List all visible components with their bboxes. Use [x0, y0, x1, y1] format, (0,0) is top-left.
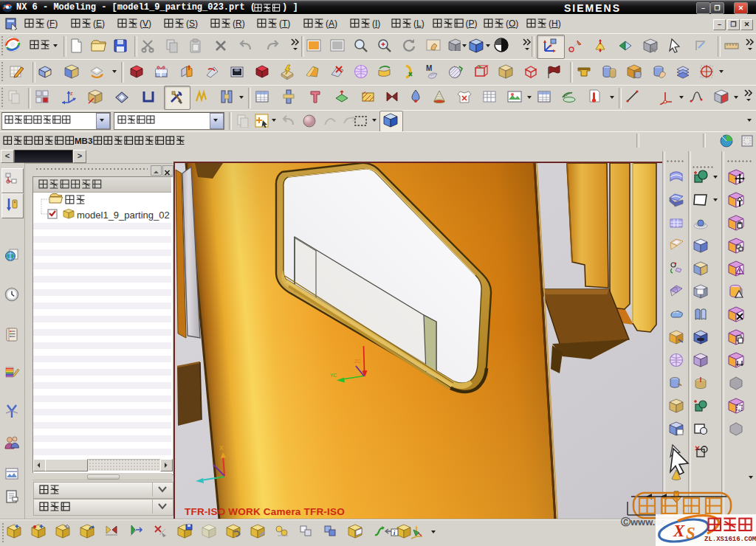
svg-text:YC: YC: [330, 373, 337, 378]
svg-text:X: X: [219, 444, 224, 452]
svg-text:X: X: [673, 522, 685, 540]
svg-text:M: M: [426, 64, 432, 72]
svg-text:S: S: [686, 524, 695, 542]
svg-text:ZC: ZC: [354, 359, 361, 364]
svg-text:z: z: [70, 91, 73, 96]
svg-text:TFR-ISO WORK Camera TFR-ISO: TFR-ISO WORK Camera TFR-ISO: [185, 506, 345, 517]
